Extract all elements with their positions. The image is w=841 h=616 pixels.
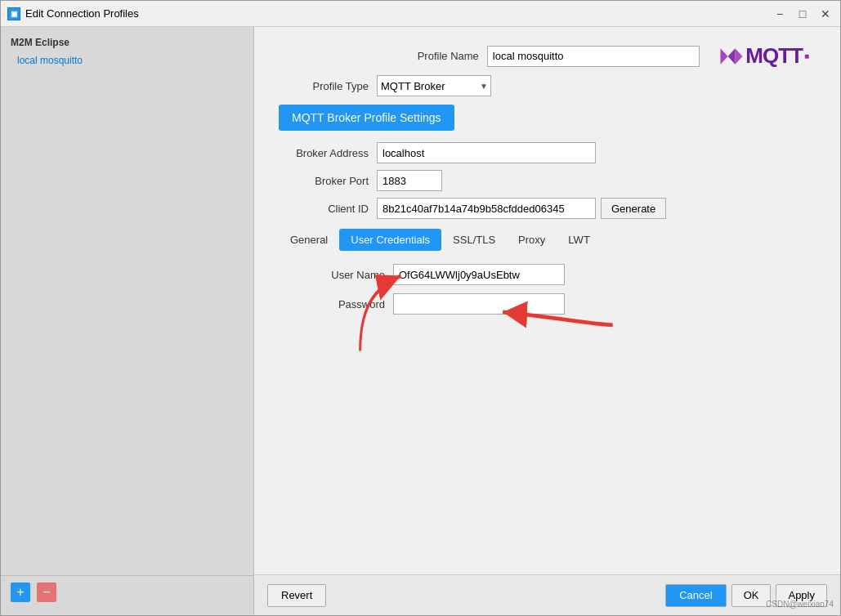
remove-profile-button[interactable]: − xyxy=(37,583,56,602)
sidebar-group-m2m: M2M Eclipse xyxy=(1,33,253,51)
watermark: CSDN@weixiao74 xyxy=(766,600,834,609)
minimize-button[interactable]: − xyxy=(772,6,788,22)
tab-proxy[interactable]: Proxy xyxy=(507,229,557,251)
username-row: User Name xyxy=(287,264,816,285)
mqtt-logo: MQTT ■ xyxy=(719,43,816,69)
cancel-button[interactable]: Cancel xyxy=(665,584,726,607)
sidebar-bottom: + − xyxy=(1,575,253,609)
broker-port-row: Broker Port xyxy=(279,170,816,191)
password-label: Password xyxy=(287,298,393,310)
section-btn-row: MQTT Broker Profile Settings xyxy=(279,105,816,131)
client-id-label: Client ID xyxy=(279,203,377,215)
client-id-row: Client ID Generate xyxy=(279,198,816,219)
revert-button[interactable]: Revert xyxy=(267,584,326,607)
title-bar: ▣ Edit Connection Profiles − □ ✕ xyxy=(1,1,840,27)
profile-name-input[interactable] xyxy=(487,46,700,67)
profile-type-row: Profile Type MQTT Broker WebSocket ▼ xyxy=(279,75,816,96)
close-button[interactable]: ✕ xyxy=(817,6,834,22)
tab-general[interactable]: General xyxy=(279,229,339,251)
profile-type-wrapper: MQTT Broker WebSocket ▼ xyxy=(377,75,491,96)
sidebar-item-local-mosquitto[interactable]: local mosquitto xyxy=(1,51,253,69)
broker-address-input[interactable] xyxy=(377,142,596,163)
profile-type-label: Profile Type xyxy=(279,80,377,92)
credentials-section: User Name Password xyxy=(279,264,816,315)
username-label: User Name xyxy=(287,269,393,281)
tabs-row: General User Credentials SSL/TLS Proxy L… xyxy=(279,229,816,251)
sidebar: M2M Eclipse local mosquitto + − xyxy=(1,27,254,615)
mqtt-broker-settings-button[interactable]: MQTT Broker Profile Settings xyxy=(279,105,454,131)
broker-address-row: Broker Address xyxy=(279,142,816,163)
profile-name-row: Profile Name MQTT ■ xyxy=(279,43,816,69)
tab-lwt[interactable]: LWT xyxy=(557,229,601,251)
svg-marker-0 xyxy=(721,48,728,65)
password-input[interactable] xyxy=(393,293,565,315)
tab-ssl-tls[interactable]: SSL/TLS xyxy=(441,229,507,251)
add-profile-button[interactable]: + xyxy=(11,583,30,602)
mqtt-logo-text: MQTT xyxy=(745,43,803,69)
content-area: Profile Name MQTT ■ xyxy=(254,27,840,574)
broker-port-input[interactable] xyxy=(377,170,442,191)
svg-marker-1 xyxy=(728,48,736,65)
window-title: Edit Connection Profiles xyxy=(25,7,772,20)
client-id-input[interactable] xyxy=(377,198,596,219)
profile-name-label: Profile Name xyxy=(389,50,487,62)
broker-port-label: Broker Port xyxy=(279,175,377,187)
username-input[interactable] xyxy=(393,264,565,285)
profile-type-select[interactable]: MQTT Broker WebSocket xyxy=(377,75,491,96)
generate-button[interactable]: Generate xyxy=(601,198,666,219)
broker-address-label: Broker Address xyxy=(279,147,377,159)
maximize-button[interactable]: □ xyxy=(794,6,811,22)
bottom-bar: Revert Cancel OK Apply xyxy=(254,574,840,615)
password-row: Password xyxy=(287,293,816,315)
window-icon: ▣ xyxy=(7,7,20,20)
svg-marker-2 xyxy=(736,48,743,65)
tab-user-credentials[interactable]: User Credentials xyxy=(339,229,441,251)
window-controls: − □ ✕ xyxy=(772,6,834,22)
